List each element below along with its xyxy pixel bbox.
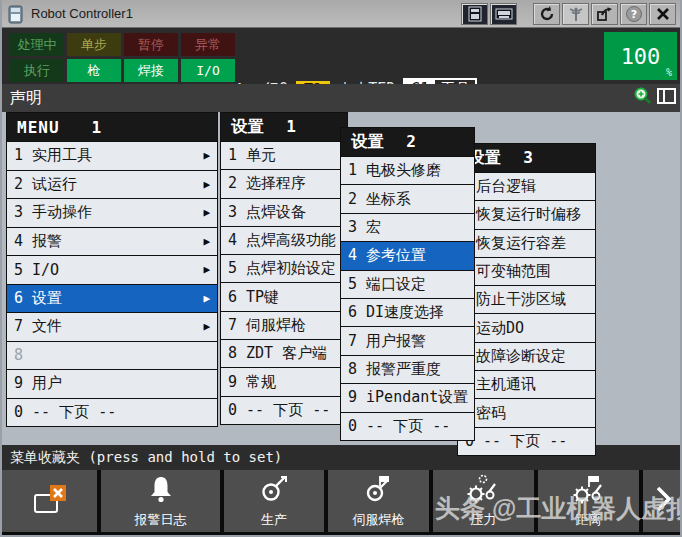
status-led: I/O: [181, 59, 235, 82]
status-led: 暂停: [124, 33, 178, 56]
menu-item[interactable]: 运动DO: [458, 313, 595, 341]
setup-menu-page1-panel: 设置 1 1 单元 2 选择程序 3 点焊设备 4 点焊高级功能 5 点焊初始设…: [220, 112, 348, 425]
main-menu-panel: MENU 1 1 实用工具 ▶ 2 试运行 ▶ 3 手动操作 ▶: [6, 112, 218, 427]
submenu-arrow-icon: ▶: [203, 320, 210, 333]
menu-item[interactable]: 1 电极头修磨: [341, 156, 474, 184]
menu-item[interactable]: 2 选择程序: [221, 169, 347, 197]
menu-item[interactable]: 2 坐标系: [341, 184, 474, 212]
menu-item[interactable]: 故障诊断设定: [458, 342, 595, 370]
robot-controller-window: Robot Controller1 ? 处理中 单步: [0, 0, 682, 537]
task-label: 距离: [576, 511, 602, 529]
menu-item[interactable]: 0 -- 下页 -- ▶: [7, 398, 217, 427]
distance-button[interactable]: 距离: [538, 470, 639, 532]
teach-pendant-logo-icon: [8, 4, 23, 24]
submenu-arrow-icon: ▶: [203, 292, 210, 305]
menu-item[interactable]: 5 点焊初始设定: [221, 254, 347, 282]
menu-item[interactable]: 6 设置 ▶: [7, 284, 217, 313]
status-led: 焊接: [124, 59, 178, 82]
menu-item[interactable]: 7 伺服焊枪: [221, 311, 347, 339]
status-led: 异常: [181, 33, 235, 56]
menu-item[interactable]: 8 ▶: [7, 341, 217, 370]
gear-gun-icon: [467, 474, 501, 508]
title-bar: Robot Controller1 ?: [2, 0, 680, 28]
menu-item[interactable]: 1 单元: [221, 141, 347, 169]
menu-item[interactable]: 密码: [458, 398, 595, 426]
weld-gun-icon: [259, 474, 289, 508]
task-label: 生产: [261, 511, 287, 529]
task-label: 报警日志: [135, 511, 187, 529]
antenna-icon[interactable]: [562, 3, 589, 25]
zoom-icon[interactable]: [633, 86, 653, 110]
task-label: 伺服焊枪: [353, 511, 405, 529]
pendant-icon[interactable]: [461, 3, 488, 25]
menu-item[interactable]: 防止干涉区域: [458, 285, 595, 313]
status-led: 单步: [67, 33, 121, 56]
menu-item[interactable]: 9 常规: [221, 367, 347, 395]
screen-title-bar: 声明: [2, 84, 680, 112]
speed-unit: %: [666, 67, 672, 78]
status-led: 枪: [67, 59, 121, 82]
menu-item[interactable]: 3 手动操作 ▶: [7, 198, 217, 227]
chevron-right-icon: [654, 484, 674, 518]
menu-item[interactable]: 可变轴范围: [458, 257, 595, 285]
menu-item[interactable]: 0 -- 下页 --: [341, 412, 474, 440]
speed-value: 100: [621, 44, 661, 69]
bell-icon: [146, 474, 176, 508]
menu-item[interactable]: 2 试运行 ▶: [7, 170, 217, 199]
menu-item[interactable]: 5 端口设定: [341, 270, 474, 298]
window-close-icon: [31, 482, 69, 520]
pressure-button[interactable]: 压力: [433, 470, 534, 532]
status-led: 处理中: [10, 33, 64, 56]
menu-item[interactable]: 后台逻辑: [458, 172, 595, 200]
menu-item[interactable]: 7 用户报警: [341, 326, 474, 354]
menu-item[interactable]: 恢复运行容差: [458, 229, 595, 257]
close-icon[interactable]: [649, 3, 676, 25]
menu-item[interactable]: 4 参考位置: [341, 241, 474, 269]
menu-item[interactable]: 8 ZDT 客户端: [221, 339, 347, 367]
jump-out-icon[interactable]: [591, 3, 618, 25]
menu-item[interactable]: 7 文件 ▶: [7, 312, 217, 341]
menu-item[interactable]: 1 实用工具 ▶: [7, 141, 217, 170]
keyboard-icon[interactable]: [490, 3, 517, 25]
setup-page2-title: 设置 2: [341, 128, 474, 156]
menu-item[interactable]: 9 用户 ▶: [7, 369, 217, 398]
setup-menu-page3-panel: 设置 3 后台逻辑 恢复运行时偏移 恢复运行容差 可变轴范围 防止干涉区域 运动…: [457, 143, 596, 456]
status-led-grid: 处理中 单步 暂停 异常 执行 枪 焊接 I/O: [10, 33, 235, 82]
refresh-icon[interactable]: [533, 3, 560, 25]
menu-item[interactable]: 8 报警严重度: [341, 355, 474, 383]
submenu-arrow-icon: ▶: [203, 235, 210, 248]
menu-item[interactable]: 6 TP键: [221, 282, 347, 310]
window-title: Robot Controller1: [31, 6, 133, 21]
task-bar: 报警日志 生产: [2, 470, 680, 537]
menu-item[interactable]: 恢复运行时偏移: [458, 200, 595, 228]
menu-item[interactable]: 3 点焊设备: [221, 198, 347, 226]
menu-favorites-label: 菜单收藏夹 (press and hold to set): [10, 449, 282, 467]
menu-item[interactable]: 9 iPendant设置: [341, 383, 474, 411]
menu-item[interactable]: 6 DI速度选择: [341, 298, 474, 326]
servo-gun-icon: [364, 474, 394, 508]
setup-page1-title: 设置 1: [221, 113, 347, 141]
menu-item[interactable]: 0 -- 下页 --: [458, 427, 595, 455]
submenu-arrow-icon: ▶: [203, 206, 210, 219]
submenu-arrow-icon: ▶: [203, 149, 210, 162]
screen-title: 声明: [10, 88, 42, 109]
submenu-arrow-icon: ▶: [203, 178, 210, 191]
menu-item[interactable]: 5 I/O ▶: [7, 255, 217, 284]
menu-item[interactable]: 4 点焊高级功能: [221, 226, 347, 254]
production-button[interactable]: 生产: [224, 470, 324, 532]
split-screen-icon[interactable]: [657, 88, 676, 108]
task-label: 压力: [471, 511, 497, 529]
help-icon[interactable]: ?: [620, 3, 647, 25]
servo-gun-button[interactable]: 伺服焊枪: [328, 470, 429, 532]
setup-page3-title: 设置 3: [458, 144, 595, 172]
menu-item[interactable]: 0 -- 下页 --: [221, 396, 347, 424]
menu-item[interactable]: 主机通讯: [458, 370, 595, 398]
main-menu-title: MENU 1: [7, 113, 217, 141]
gear-flag-icon: [572, 474, 606, 508]
close-window-button[interactable]: [2, 470, 97, 532]
alarm-log-button[interactable]: 报警日志: [101, 470, 220, 532]
menu-item[interactable]: 4 报警 ▶: [7, 227, 217, 256]
next-page-button[interactable]: [643, 470, 682, 532]
menu-item[interactable]: 3 宏: [341, 213, 474, 241]
submenu-arrow-icon: ▶: [203, 263, 210, 276]
